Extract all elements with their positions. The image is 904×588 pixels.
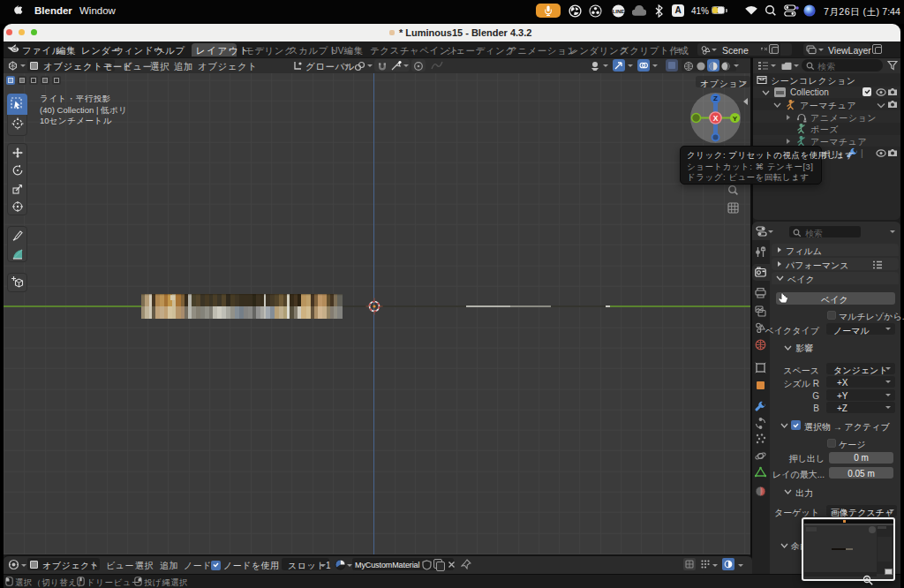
svg-text:Y: Y: [733, 115, 738, 123]
svg-text:X: X: [713, 114, 719, 123]
svg-text:LINE: LINE: [613, 9, 625, 14]
svg-text:Z: Z: [713, 94, 718, 102]
